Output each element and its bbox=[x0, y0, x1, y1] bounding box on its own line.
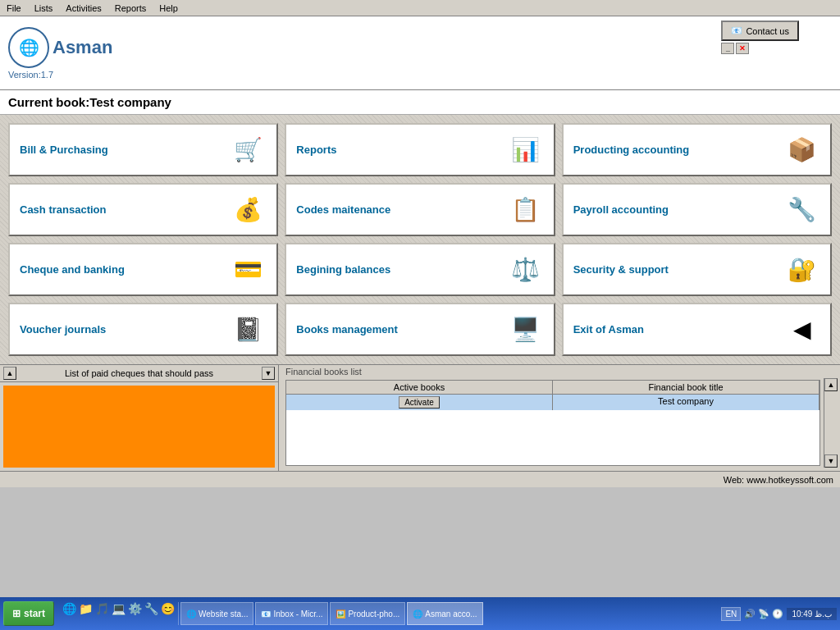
right-scroll-down[interactable]: ▼ bbox=[824, 454, 838, 468]
codes-maitenance-icon: 📋 bbox=[507, 191, 544, 228]
left-panel: ▲ List of paid cheques that should pass … bbox=[0, 365, 279, 471]
cheque-banking-button[interactable]: Cheque and banking 💳 bbox=[8, 243, 278, 296]
taskbar-item-2[interactable]: 🖼️ Product-pho... bbox=[330, 602, 405, 625]
menu-reports[interactable]: Reports bbox=[112, 2, 150, 15]
close-button[interactable]: ✕ bbox=[736, 43, 749, 54]
taskbar-right: EN 🔊 📡 🕐 10:49 ب.ظ bbox=[721, 607, 837, 621]
button-grid: Bill & Purchasing 🛒 Reports 📊 Producting… bbox=[8, 123, 832, 356]
codes-maitenance-button[interactable]: Codes maitenance 📋 bbox=[285, 183, 555, 236]
bill-purchasing-button[interactable]: Bill & Purchasing 🛒 bbox=[8, 123, 278, 176]
menu-activities[interactable]: Activities bbox=[62, 2, 104, 15]
begining-balances-button[interactable]: Begining balances ⚖️ bbox=[285, 243, 555, 296]
language-button[interactable]: EN bbox=[721, 607, 741, 621]
taskbar-item-icon-2: 🖼️ bbox=[336, 609, 345, 619]
app4-icon[interactable]: 😊 bbox=[161, 602, 175, 625]
col-book-title: Financial book title bbox=[553, 381, 819, 394]
logo-icon: 🌐 bbox=[8, 27, 49, 68]
start-button[interactable]: ⊞ start bbox=[3, 601, 54, 626]
taskbar-item-1[interactable]: 📧 Inbox - Micr... bbox=[255, 602, 328, 625]
taskbar-item-3[interactable]: 🌐 Asman acco... bbox=[407, 602, 482, 625]
books-management-icon: 🖥️ bbox=[507, 311, 544, 348]
activate-button[interactable]: Activate bbox=[399, 396, 440, 409]
activate-cell: Activate bbox=[286, 395, 553, 410]
system-icons: 🔊 📡 🕐 bbox=[744, 609, 783, 619]
scroll-down-arrow[interactable]: ▼ bbox=[262, 367, 275, 380]
reports-button[interactable]: Reports 📊 bbox=[285, 123, 555, 176]
security-support-icon: 🔐 bbox=[783, 251, 820, 288]
right-panel: Financial books list Active books Financ… bbox=[279, 365, 840, 471]
cheque-banking-icon: 💳 bbox=[230, 251, 267, 288]
right-scroll-up[interactable]: ▲ bbox=[824, 378, 838, 391]
ie-icon[interactable]: 🌐 bbox=[62, 602, 76, 625]
taskbar-item-icon-3: 🌐 bbox=[413, 609, 422, 619]
cash-transaction-icon: 💰 bbox=[230, 191, 267, 228]
taskbar-item-0[interactable]: 🌐 Website sta... bbox=[180, 602, 253, 625]
content-area: Bill & Purchasing 🛒 Reports 📊 Producting… bbox=[0, 115, 840, 364]
taskbar: ⊞ start 🌐 📁 🎵 💻 ⚙️ 🔧 😊 🌐 Website sta... … bbox=[0, 597, 840, 630]
bill-purchasing-icon: 🛒 bbox=[230, 131, 267, 168]
left-panel-title: List of paid cheques that should pass bbox=[65, 368, 213, 378]
minimize-button[interactable]: _ bbox=[721, 43, 734, 54]
web-footer: Web: www.hotkeyssoft.com bbox=[0, 471, 840, 487]
cash-transaction-button[interactable]: Cash transaction 💰 bbox=[8, 183, 278, 236]
contact-button[interactable]: 📧 Contact us bbox=[721, 21, 799, 41]
bottom-area: ▲ List of paid cheques that should pass … bbox=[0, 364, 840, 471]
windows-icon: ⊞ bbox=[12, 608, 21, 619]
books-management-button[interactable]: Books management 🖥️ bbox=[285, 303, 555, 356]
table-row: Activate Test company bbox=[286, 395, 819, 410]
app2-icon[interactable]: ⚙️ bbox=[128, 602, 142, 625]
contact-icon: 📧 bbox=[731, 25, 742, 36]
taskbar-item-icon-0: 🌐 bbox=[186, 609, 196, 619]
folder-icon[interactable]: 📁 bbox=[79, 602, 93, 625]
right-panel-title: Financial books list bbox=[279, 365, 840, 378]
menu-help[interactable]: Help bbox=[156, 2, 181, 15]
books-table: Active books Financial book title Activa… bbox=[285, 380, 820, 466]
scroll-up-arrow[interactable]: ▲ bbox=[3, 367, 16, 380]
logo-text: Asman bbox=[52, 37, 112, 58]
version-text: Version:1.7 bbox=[8, 70, 53, 80]
header-area: 🌐 Asman Version:1.7 📧 Contact us _ ✕ bbox=[0, 16, 840, 90]
book-title-cell: Test company bbox=[553, 395, 819, 410]
left-panel-content bbox=[3, 386, 275, 468]
menu-file[interactable]: File bbox=[3, 2, 25, 15]
taskbar-items: 🌐 📁 🎵 💻 ⚙️ 🔧 😊 🌐 Website sta... 📧 Inbox … bbox=[59, 602, 716, 625]
current-book: Current book:Test company bbox=[0, 90, 840, 115]
menu-bar: File Lists Activities Reports Help bbox=[0, 0, 840, 16]
voucher-journals-icon: 📓 bbox=[230, 311, 267, 348]
payroll-accounting-icon: 🔧 bbox=[783, 191, 820, 228]
app1-icon[interactable]: 💻 bbox=[112, 602, 126, 625]
books-table-header: Active books Financial book title bbox=[286, 381, 819, 395]
exit-asman-icon: ◀ bbox=[783, 311, 820, 348]
exit-asman-button[interactable]: Exit of Asman ◀ bbox=[562, 303, 832, 356]
voucher-journals-button[interactable]: Voucher journals 📓 bbox=[8, 303, 278, 356]
reports-icon: 📊 bbox=[507, 131, 544, 168]
logo-box: 🌐 Asman bbox=[8, 27, 112, 68]
producting-accounting-button[interactable]: Producting accounting 📦 bbox=[562, 123, 832, 176]
app3-icon[interactable]: 🔧 bbox=[144, 602, 158, 625]
media-icon[interactable]: 🎵 bbox=[95, 602, 109, 625]
right-scroll: ▲ ▼ bbox=[824, 378, 837, 468]
producting-accounting-icon: 📦 bbox=[783, 131, 820, 168]
left-panel-header: ▲ List of paid cheques that should pass … bbox=[0, 365, 278, 382]
begining-balances-icon: ⚖️ bbox=[507, 251, 544, 288]
col-active-books: Active books bbox=[286, 381, 553, 394]
clock: 10:49 ب.ظ bbox=[787, 608, 837, 620]
payroll-accounting-button[interactable]: Payroll accounting 🔧 bbox=[562, 183, 832, 236]
security-support-button[interactable]: Security & support 🔐 bbox=[562, 243, 832, 296]
logo-area: 🌐 Asman Version:1.7 bbox=[8, 27, 112, 80]
menu-lists[interactable]: Lists bbox=[31, 2, 57, 15]
taskbar-item-icon-1: 📧 bbox=[261, 609, 271, 619]
